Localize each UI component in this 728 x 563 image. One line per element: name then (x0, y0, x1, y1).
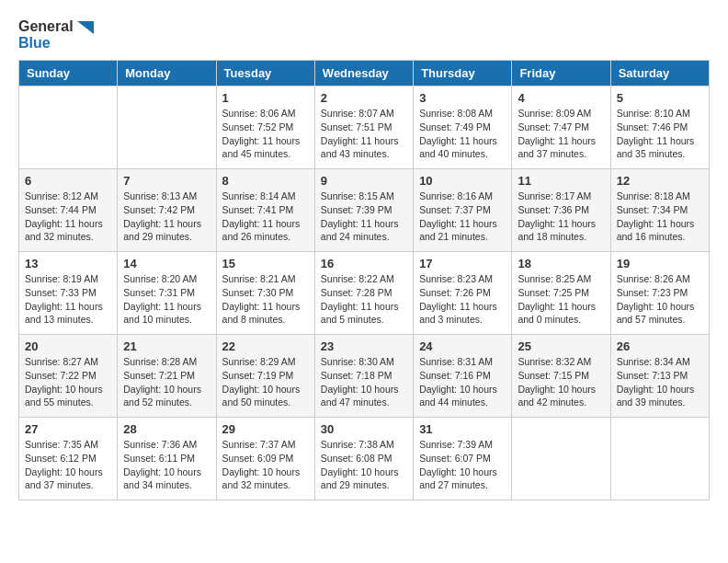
calendar-cell: 19Sunrise: 8:26 AMSunset: 7:23 PMDayligh… (610, 252, 709, 335)
calendar-cell (118, 86, 216, 169)
day-number: 25 (518, 339, 604, 353)
calendar-cell: 26Sunrise: 8:34 AMSunset: 7:13 PMDayligh… (610, 335, 709, 418)
day-number: 8 (222, 174, 309, 188)
day-number: 13 (25, 257, 111, 270)
day-detail: Sunrise: 8:32 AMSunset: 7:15 PMDaylight:… (518, 355, 604, 409)
day-detail: Sunrise: 8:08 AMSunset: 7:49 PMDaylight:… (419, 107, 506, 161)
calendar-cell: 6Sunrise: 8:12 AMSunset: 7:44 PMDaylight… (19, 169, 118, 252)
day-number: 29 (222, 422, 309, 436)
calendar-cell: 5Sunrise: 8:10 AMSunset: 7:46 PMDaylight… (610, 86, 709, 169)
calendar-header-row: SundayMondayTuesdayWednesdayThursdayFrid… (19, 61, 710, 86)
logo: General Blue (18, 18, 94, 51)
day-number: 24 (419, 339, 506, 353)
day-detail: Sunrise: 8:14 AMSunset: 7:41 PMDaylight:… (222, 190, 309, 244)
day-detail: Sunrise: 8:10 AMSunset: 7:46 PMDaylight:… (617, 107, 703, 161)
day-detail: Sunrise: 8:23 AMSunset: 7:26 PMDaylight:… (419, 272, 506, 327)
calendar-cell: 10Sunrise: 8:16 AMSunset: 7:37 PMDayligh… (414, 169, 512, 252)
day-number: 6 (25, 174, 111, 188)
day-number: 18 (518, 257, 604, 270)
day-number: 12 (617, 174, 703, 188)
day-number: 23 (321, 339, 407, 353)
day-number: 9 (321, 174, 407, 188)
logo-blue-text: Blue (18, 35, 94, 52)
day-detail: Sunrise: 8:21 AMSunset: 7:30 PMDaylight:… (222, 272, 309, 327)
calendar-cell: 25Sunrise: 8:32 AMSunset: 7:15 PMDayligh… (512, 335, 610, 418)
calendar-cell: 16Sunrise: 8:22 AMSunset: 7:28 PMDayligh… (314, 252, 413, 335)
day-number: 19 (617, 257, 703, 270)
calendar-cell: 31Sunrise: 7:39 AMSunset: 6:07 PMDayligh… (414, 418, 512, 500)
calendar-table: SundayMondayTuesdayWednesdayThursdayFrid… (18, 60, 710, 500)
calendar-cell: 27Sunrise: 7:35 AMSunset: 6:12 PMDayligh… (19, 418, 118, 500)
calendar-week-row: 27Sunrise: 7:35 AMSunset: 6:12 PMDayligh… (19, 418, 710, 500)
calendar-cell: 20Sunrise: 8:27 AMSunset: 7:22 PMDayligh… (19, 335, 118, 418)
day-number: 11 (518, 174, 604, 188)
calendar-body: 1Sunrise: 8:06 AMSunset: 7:52 PMDaylight… (19, 86, 710, 500)
day-number: 4 (518, 91, 604, 105)
day-number: 27 (25, 422, 111, 436)
day-header-friday: Friday (512, 61, 610, 86)
day-number: 7 (123, 174, 210, 188)
calendar-cell: 4Sunrise: 8:09 AMSunset: 7:47 PMDaylight… (512, 86, 610, 169)
calendar-cell (19, 86, 118, 169)
calendar-cell: 29Sunrise: 7:37 AMSunset: 6:09 PMDayligh… (216, 418, 314, 500)
calendar-cell: 28Sunrise: 7:36 AMSunset: 6:11 PMDayligh… (118, 418, 216, 500)
day-detail: Sunrise: 8:19 AMSunset: 7:33 PMDaylight:… (25, 272, 111, 327)
calendar-cell: 21Sunrise: 8:28 AMSunset: 7:21 PMDayligh… (118, 335, 216, 418)
calendar-cell: 8Sunrise: 8:14 AMSunset: 7:41 PMDaylight… (216, 169, 314, 252)
calendar-cell: 1Sunrise: 8:06 AMSunset: 7:52 PMDaylight… (216, 86, 314, 169)
day-detail: Sunrise: 8:06 AMSunset: 7:52 PMDaylight:… (222, 107, 309, 161)
calendar-week-row: 20Sunrise: 8:27 AMSunset: 7:22 PMDayligh… (19, 335, 710, 418)
day-detail: Sunrise: 8:15 AMSunset: 7:39 PMDaylight:… (321, 190, 407, 244)
calendar-cell (610, 418, 709, 500)
day-detail: Sunrise: 8:31 AMSunset: 7:16 PMDaylight:… (419, 355, 506, 409)
day-detail: Sunrise: 7:35 AMSunset: 6:12 PMDaylight:… (25, 438, 111, 492)
day-detail: Sunrise: 8:13 AMSunset: 7:42 PMDaylight:… (123, 190, 210, 244)
calendar-week-row: 13Sunrise: 8:19 AMSunset: 7:33 PMDayligh… (19, 252, 710, 335)
day-detail: Sunrise: 8:17 AMSunset: 7:36 PMDaylight:… (518, 190, 604, 244)
day-number: 26 (617, 339, 703, 353)
logo-triangle-icon (77, 21, 94, 34)
calendar-week-row: 1Sunrise: 8:06 AMSunset: 7:52 PMDaylight… (19, 86, 710, 169)
calendar-cell: 22Sunrise: 8:29 AMSunset: 7:19 PMDayligh… (216, 335, 314, 418)
day-detail: Sunrise: 8:34 AMSunset: 7:13 PMDaylight:… (617, 355, 703, 409)
calendar-cell: 18Sunrise: 8:25 AMSunset: 7:25 PMDayligh… (512, 252, 610, 335)
calendar-cell: 13Sunrise: 8:19 AMSunset: 7:33 PMDayligh… (19, 252, 118, 335)
day-detail: Sunrise: 8:16 AMSunset: 7:37 PMDaylight:… (419, 190, 506, 244)
day-detail: Sunrise: 8:20 AMSunset: 7:31 PMDaylight:… (123, 272, 210, 327)
calendar-cell: 23Sunrise: 8:30 AMSunset: 7:18 PMDayligh… (314, 335, 413, 418)
calendar-cell (512, 418, 610, 500)
day-detail: Sunrise: 7:37 AMSunset: 6:09 PMDaylight:… (222, 438, 309, 492)
day-number: 21 (123, 339, 210, 353)
calendar-cell: 15Sunrise: 8:21 AMSunset: 7:30 PMDayligh… (216, 252, 314, 335)
calendar-cell: 30Sunrise: 7:38 AMSunset: 6:08 PMDayligh… (314, 418, 413, 500)
calendar-cell: 7Sunrise: 8:13 AMSunset: 7:42 PMDaylight… (118, 169, 216, 252)
calendar-cell: 14Sunrise: 8:20 AMSunset: 7:31 PMDayligh… (118, 252, 216, 335)
day-number: 20 (25, 339, 111, 353)
day-detail: Sunrise: 8:25 AMSunset: 7:25 PMDaylight:… (518, 272, 604, 327)
day-detail: Sunrise: 8:09 AMSunset: 7:47 PMDaylight:… (518, 107, 604, 161)
svg-marker-0 (77, 21, 94, 34)
day-number: 1 (222, 91, 309, 105)
calendar-cell: 3Sunrise: 8:08 AMSunset: 7:49 PMDaylight… (414, 86, 512, 169)
calendar-week-row: 6Sunrise: 8:12 AMSunset: 7:44 PMDaylight… (19, 169, 710, 252)
day-detail: Sunrise: 8:30 AMSunset: 7:18 PMDaylight:… (321, 355, 407, 409)
day-header-sunday: Sunday (19, 61, 118, 86)
day-detail: Sunrise: 8:18 AMSunset: 7:34 PMDaylight:… (617, 190, 703, 244)
calendar-cell: 24Sunrise: 8:31 AMSunset: 7:16 PMDayligh… (414, 335, 512, 418)
day-number: 3 (419, 91, 506, 105)
day-detail: Sunrise: 7:39 AMSunset: 6:07 PMDaylight:… (419, 438, 506, 492)
day-number: 31 (419, 422, 506, 436)
day-number: 28 (123, 422, 210, 436)
day-number: 15 (222, 257, 309, 270)
day-number: 10 (419, 174, 506, 188)
day-detail: Sunrise: 8:29 AMSunset: 7:19 PMDaylight:… (222, 355, 309, 409)
day-detail: Sunrise: 8:12 AMSunset: 7:44 PMDaylight:… (25, 190, 111, 244)
day-detail: Sunrise: 8:22 AMSunset: 7:28 PMDaylight:… (321, 272, 407, 327)
calendar-cell: 12Sunrise: 8:18 AMSunset: 7:34 PMDayligh… (610, 169, 709, 252)
day-header-monday: Monday (118, 61, 216, 86)
day-header-saturday: Saturday (610, 61, 709, 86)
day-detail: Sunrise: 7:36 AMSunset: 6:11 PMDaylight:… (123, 438, 210, 492)
calendar-cell: 17Sunrise: 8:23 AMSunset: 7:26 PMDayligh… (414, 252, 512, 335)
day-header-tuesday: Tuesday (216, 61, 314, 86)
day-detail: Sunrise: 7:38 AMSunset: 6:08 PMDaylight:… (321, 438, 407, 492)
